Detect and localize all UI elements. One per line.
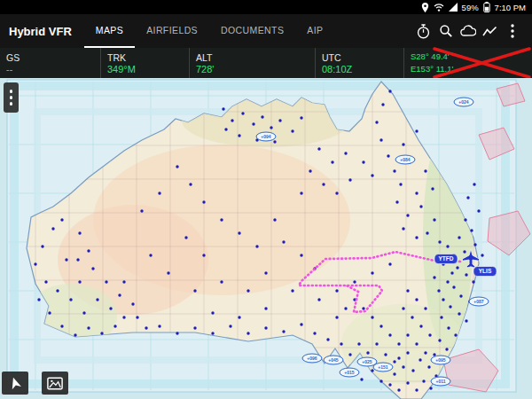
tab-airfields[interactable]: AIRFIELDS <box>135 14 209 48</box>
dot <box>10 102 13 106</box>
svg-text:YLIS: YLIS <box>479 268 492 274</box>
svg-text:+045: +045 <box>328 357 338 363</box>
map-view[interactable]: +024+084+094+096+045+015+025+151+095+011… <box>0 78 532 399</box>
battery-percent: 59% <box>462 3 479 12</box>
svg-text:+025: +025 <box>362 359 372 364</box>
svg-text:+024: +024 <box>458 99 468 105</box>
altitude-field[interactable]: ALT 728' <box>189 48 315 78</box>
overflow-menu-icon <box>511 24 514 38</box>
trk-value: 349°M <box>107 64 183 74</box>
tab-documents[interactable]: DOCUMENTS <box>209 14 295 48</box>
gs-value: -- <box>6 64 94 74</box>
longitude-value: E153° 11.1' <box>411 64 526 74</box>
clock-time: 7:10 PM <box>495 3 526 12</box>
android-status-bar: 59% 7:10 PM <box>0 0 532 14</box>
svg-text:YTFD: YTFD <box>439 255 454 262</box>
dot <box>10 96 13 99</box>
dot <box>10 90 13 93</box>
svg-text:+095: +095 <box>435 357 445 363</box>
weather-cloud-icon <box>460 25 476 37</box>
groundspeed-field[interactable]: GS -- <box>0 48 100 78</box>
app-title: Hybrid VFR <box>9 25 72 38</box>
overflow-menu-button[interactable] <box>501 20 523 43</box>
svg-text:+015: +015 <box>344 370 354 375</box>
center-on-aircraft-button[interactable] <box>2 372 28 395</box>
track-graph-button[interactable] <box>479 20 501 43</box>
wifi-icon <box>434 3 444 12</box>
latitude-value: S28° 49.4' <box>411 51 526 62</box>
battery-icon <box>483 2 490 12</box>
track-graph-icon <box>482 26 497 37</box>
svg-text:+087: +087 <box>473 299 483 304</box>
tab-bar: MAPS AIRFIELDS DOCUMENTS AIP <box>84 14 335 48</box>
location-icon <box>421 3 429 12</box>
vfr-chart: +024+084+094+096+045+015+025+151+095+011… <box>0 78 532 399</box>
search-button[interactable] <box>434 20 457 43</box>
svg-text:+151: +151 <box>378 364 387 370</box>
timer-button[interactable] <box>412 20 434 43</box>
svg-text:+096: +096 <box>307 356 317 361</box>
timer-icon <box>416 24 431 39</box>
track-field[interactable]: TRK 349°M <box>100 48 189 78</box>
svg-text:+094: +094 <box>261 134 270 139</box>
utc-field[interactable]: UTC 08:10Z <box>315 48 403 78</box>
trk-label: TRK <box>107 52 183 63</box>
search-icon <box>439 24 453 38</box>
tab-aip[interactable]: AIP <box>295 14 334 48</box>
cellular-signal-icon <box>449 3 458 12</box>
ownship-arrow-icon <box>8 376 22 390</box>
screen: 59% 7:10 PM Hybrid VFR MAPS AIRFIELDS DO… <box>0 0 532 399</box>
svg-text:+011: +011 <box>436 379 446 384</box>
weather-button[interactable] <box>457 20 479 43</box>
alt-value: 728' <box>196 64 309 74</box>
map-imagery-icon <box>47 377 63 390</box>
utc-value: 08:10Z <box>322 64 397 74</box>
gs-label: GS <box>6 52 94 63</box>
map-layers-button[interactable] <box>42 372 68 395</box>
app-bar: Hybrid VFR MAPS AIRFIELDS DOCUMENTS AIP <box>0 14 532 48</box>
tab-maps[interactable]: MAPS <box>84 14 135 48</box>
utc-label: UTC <box>322 52 397 63</box>
flight-data-strip: GS -- TRK 349°M ALT 728' UTC 08:10Z S28°… <box>0 48 532 78</box>
alt-label: ALT <box>196 52 309 63</box>
coordinates-field[interactable]: S28° 49.4' E153° 11.1' <box>403 48 532 78</box>
svg-text:+084: +084 <box>400 157 410 162</box>
map-options-button[interactable] <box>4 82 19 113</box>
